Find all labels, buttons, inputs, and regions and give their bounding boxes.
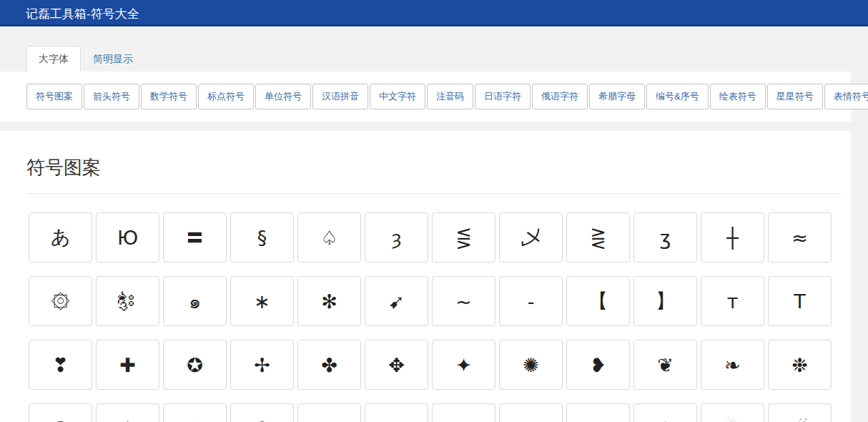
symbol-cell[interactable]: ✺ <box>499 340 563 390</box>
tab-item[interactable]: 大字体 <box>26 46 81 72</box>
symbol-cell[interactable]: ➹ <box>365 276 428 326</box>
symbol-cell[interactable]: ༂ <box>96 276 159 326</box>
symbol-cell[interactable]: 【 <box>566 276 630 326</box>
symbol-cell[interactable]: ☂ <box>633 403 697 422</box>
section-title: 符号图案 <box>26 155 851 180</box>
symbol-cell[interactable]: ☁ <box>566 403 630 422</box>
category-button[interactable]: 俄语字符 <box>532 84 588 109</box>
tab-bar: 大字体简明显示 <box>26 45 868 72</box>
symbol-cell[interactable]: ∗ <box>230 276 294 326</box>
tab-item[interactable]: 简明显示 <box>81 46 145 72</box>
symbol-cell[interactable]: т <box>701 276 764 326</box>
app-header: 记磊工具箱-符号大全 <box>0 0 868 26</box>
symbol-cell[interactable]: ❣ <box>29 340 92 390</box>
category-button-row: 符号图案箭头符号数学符号标点符号单位符号汉语拼音中文字符注音码日语字符俄语字符希… <box>26 84 868 109</box>
category-button[interactable]: 绘表符号 <box>710 84 766 109</box>
symbol-cell[interactable]: ❦ <box>633 340 697 390</box>
category-button[interactable]: 单位符号 <box>255 84 311 109</box>
symbol-cell[interactable]: 】 <box>633 276 697 326</box>
category-button[interactable]: 编号&序号 <box>646 84 709 109</box>
category-button[interactable]: 日语字符 <box>475 84 531 109</box>
symbol-cell[interactable]: ❉ <box>768 340 832 390</box>
symbol-cell[interactable]: ~ <box>432 276 495 326</box>
category-button[interactable]: 数学符号 <box>141 84 197 109</box>
symbol-cell[interactable]: Ю <box>96 212 159 262</box>
symbol-cell[interactable]: ┼ <box>701 212 764 262</box>
category-button[interactable]: 符号图案 <box>26 84 82 109</box>
symbol-cell[interactable]: ๑ <box>163 276 227 326</box>
symbol-cell[interactable]: ✥ <box>365 340 428 390</box>
symbol-cell[interactable]: § <box>230 212 294 262</box>
symbols-panel: 符号图案 あЮ〓§♤ȝ⋚乄⋛ʒ┼≈۞༂๑∗✻➹~-【】тТ❣✚✪✢✤✥✦✺❥❦❧… <box>0 131 851 422</box>
symbol-cell[interactable]: ✚ <box>96 340 159 390</box>
symbol-cell[interactable]: ☄ <box>768 403 832 422</box>
symbol-cell[interactable]: ✤ <box>297 340 361 390</box>
panel-gap <box>0 122 868 131</box>
symbol-cell[interactable]: ≈ <box>768 212 832 262</box>
symbol-cell[interactable]: ❂ <box>29 403 92 422</box>
symbol-cell[interactable]: ✦ <box>432 340 495 390</box>
symbol-cell[interactable]: ❥ <box>566 340 630 390</box>
category-button[interactable]: 标点符号 <box>198 84 254 109</box>
category-button[interactable]: 星星符号 <box>767 84 823 109</box>
symbol-cell[interactable]: ❅ <box>96 403 159 422</box>
page-title: 记磊工具箱-符号大全 <box>26 6 868 22</box>
symbol-cell[interactable]: 乄 <box>499 212 563 262</box>
symbol-cell[interactable]: ⋚ <box>432 212 495 262</box>
symbol-cell[interactable]: ❀ <box>163 403 227 422</box>
symbol-cell[interactable]: あ <box>29 212 92 262</box>
symbol-cell[interactable]: ⋛ <box>566 212 630 262</box>
category-button[interactable]: 表情符号 <box>824 84 868 109</box>
symbol-cell[interactable]: ۞ <box>29 276 92 326</box>
symbol-cell[interactable]: ❧ <box>701 340 764 390</box>
symbol-cell[interactable]: ♤ <box>297 212 361 262</box>
symbol-cell[interactable]: ღ <box>297 403 361 422</box>
category-button[interactable]: 中文字符 <box>370 84 425 109</box>
category-button[interactable]: 注音码 <box>427 84 473 109</box>
symbol-grid: あЮ〓§♤ȝ⋚乄⋛ʒ┼≈۞༂๑∗✻➹~-【】тТ❣✚✪✢✤✥✦✺❥❦❧❉❂❅❀⚳… <box>29 212 847 422</box>
symbol-cell[interactable]: ʒ <box>633 212 697 262</box>
symbol-cell[interactable]: ✢ <box>230 340 294 390</box>
category-button[interactable]: 箭头符号 <box>84 84 139 109</box>
symbol-cell[interactable]: 〓 <box>163 212 227 262</box>
symbol-cell[interactable]: ⚳ <box>230 403 294 422</box>
symbol-cell[interactable]: ▷ <box>365 403 428 422</box>
section-divider <box>26 193 842 194</box>
symbol-cell[interactable]: ◀ <box>432 403 495 422</box>
category-panel: 符号图案箭头符号数学符号标点符号单位符号汉语拼音中文字符注音码日语字符俄语字符希… <box>0 72 851 122</box>
symbol-cell[interactable]: Т <box>768 276 832 326</box>
symbol-cell[interactable]: - <box>499 276 563 326</box>
symbol-cell[interactable]: ◁ <box>499 403 563 422</box>
symbol-cell[interactable]: ȝ <box>365 212 428 262</box>
category-button[interactable]: 希腊字母 <box>589 84 645 109</box>
symbol-cell[interactable]: ☃ <box>701 403 764 422</box>
symbol-cell[interactable]: ✻ <box>297 276 361 326</box>
category-button[interactable]: 汉语拼音 <box>312 84 368 109</box>
symbol-cell[interactable]: ✪ <box>163 340 227 390</box>
